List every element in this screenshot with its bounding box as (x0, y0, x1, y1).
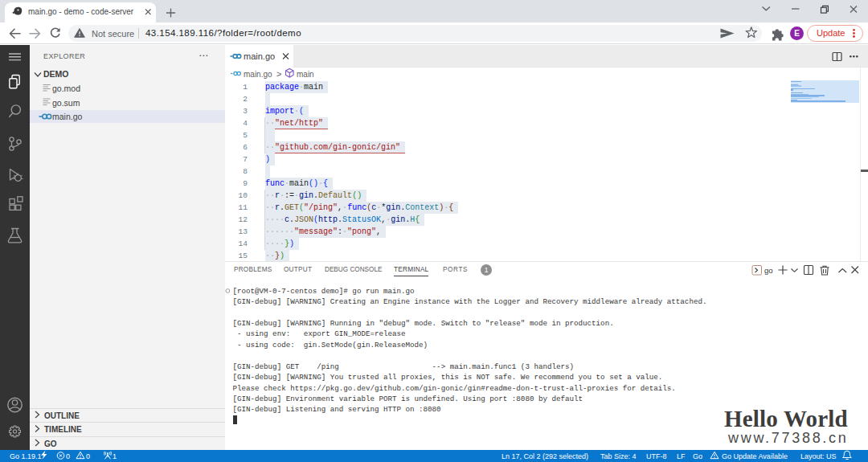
svg-text:E: E (794, 29, 800, 38)
